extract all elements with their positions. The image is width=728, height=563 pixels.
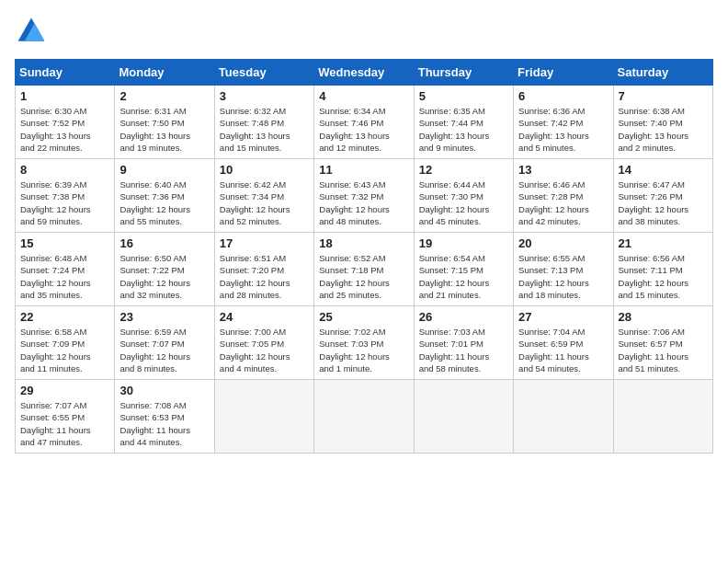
day-number: 26 [419, 310, 508, 324]
day-number: 16 [119, 236, 209, 250]
day-info: Sunrise: 6:30 AM Sunset: 7:52 PM Dayligh… [20, 105, 109, 154]
day-number: 8 [20, 163, 109, 177]
calendar-cell: 12Sunrise: 6:44 AM Sunset: 7:30 PM Dayli… [414, 159, 513, 233]
calendar-cell: 18Sunrise: 6:52 AM Sunset: 7:18 PM Dayli… [314, 233, 414, 306]
day-number: 10 [220, 163, 309, 177]
day-info: Sunrise: 6:44 AM Sunset: 7:30 PM Dayligh… [419, 178, 508, 227]
calendar-cell: 29Sunrise: 7:07 AM Sunset: 6:55 PM Dayli… [16, 380, 115, 454]
day-info: Sunrise: 6:39 AM Sunset: 7:38 PM Dayligh… [20, 178, 109, 227]
calendar-cell: 4Sunrise: 6:34 AM Sunset: 7:46 PM Daylig… [314, 86, 414, 159]
day-number: 15 [20, 236, 109, 250]
day-info: Sunrise: 6:50 AM Sunset: 7:22 PM Dayligh… [119, 252, 209, 301]
calendar-week-4: 22Sunrise: 6:58 AM Sunset: 7:09 PM Dayli… [16, 306, 713, 380]
day-number: 29 [20, 384, 109, 397]
day-info: Sunrise: 6:56 AM Sunset: 7:11 PM Dayligh… [619, 252, 708, 301]
calendar-cell: 5Sunrise: 6:35 AM Sunset: 7:44 PM Daylig… [414, 86, 513, 159]
logo-icon [15, 15, 48, 48]
calendar-cell: 11Sunrise: 6:43 AM Sunset: 7:32 PM Dayli… [314, 159, 414, 233]
day-number: 19 [419, 236, 508, 250]
day-number: 2 [119, 89, 209, 103]
calendar-cell: 6Sunrise: 6:36 AM Sunset: 7:42 PM Daylig… [514, 86, 613, 159]
calendar-cell: 24Sunrise: 7:00 AM Sunset: 7:05 PM Dayli… [214, 306, 313, 380]
calendar-cell [514, 380, 613, 454]
day-number: 21 [619, 236, 708, 250]
day-info: Sunrise: 6:35 AM Sunset: 7:44 PM Dayligh… [419, 105, 508, 154]
day-info: Sunrise: 7:07 AM Sunset: 6:55 PM Dayligh… [20, 399, 109, 448]
day-info: Sunrise: 6:52 AM Sunset: 7:18 PM Dayligh… [319, 252, 408, 301]
calendar-cell: 26Sunrise: 7:03 AM Sunset: 7:01 PM Dayli… [414, 306, 513, 380]
day-info: Sunrise: 6:38 AM Sunset: 7:40 PM Dayligh… [619, 105, 708, 154]
weekday-header-saturday: Saturday [613, 60, 712, 86]
day-info: Sunrise: 7:06 AM Sunset: 6:57 PM Dayligh… [619, 326, 708, 374]
calendar-cell [314, 380, 414, 454]
calendar-cell [613, 380, 712, 454]
weekday-header-sunday: Sunday [16, 60, 115, 86]
calendar-cell: 20Sunrise: 6:55 AM Sunset: 7:13 PM Dayli… [514, 233, 613, 306]
calendar-cell: 23Sunrise: 6:59 AM Sunset: 7:07 PM Dayli… [115, 306, 214, 380]
calendar-cell [414, 380, 513, 454]
calendar-cell: 14Sunrise: 6:47 AM Sunset: 7:26 PM Dayli… [613, 159, 712, 233]
calendar-cell: 3Sunrise: 6:32 AM Sunset: 7:48 PM Daylig… [214, 86, 313, 159]
day-info: Sunrise: 7:00 AM Sunset: 7:05 PM Dayligh… [220, 326, 309, 374]
calendar-cell: 19Sunrise: 6:54 AM Sunset: 7:15 PM Dayli… [414, 233, 513, 306]
day-number: 22 [20, 310, 109, 324]
calendar-cell: 2Sunrise: 6:31 AM Sunset: 7:50 PM Daylig… [115, 86, 214, 159]
day-info: Sunrise: 7:04 AM Sunset: 6:59 PM Dayligh… [518, 326, 608, 374]
day-number: 12 [419, 163, 508, 177]
weekday-header-tuesday: Tuesday [214, 60, 313, 86]
weekday-header-thursday: Thursday [414, 60, 513, 86]
day-info: Sunrise: 6:58 AM Sunset: 7:09 PM Dayligh… [20, 326, 109, 374]
calendar-cell [214, 380, 313, 454]
day-number: 20 [518, 236, 608, 250]
calendar-cell: 10Sunrise: 6:42 AM Sunset: 7:34 PM Dayli… [214, 159, 313, 233]
day-number: 14 [619, 163, 708, 177]
calendar-week-3: 15Sunrise: 6:48 AM Sunset: 7:24 PM Dayli… [16, 233, 713, 306]
calendar-week-1: 1Sunrise: 6:30 AM Sunset: 7:52 PM Daylig… [16, 86, 713, 159]
day-info: Sunrise: 6:31 AM Sunset: 7:50 PM Dayligh… [119, 105, 209, 154]
logo [15, 15, 51, 48]
day-info: Sunrise: 7:08 AM Sunset: 6:53 PM Dayligh… [119, 399, 209, 448]
calendar-week-5: 29Sunrise: 7:07 AM Sunset: 6:55 PM Dayli… [16, 380, 713, 454]
calendar-cell: 8Sunrise: 6:39 AM Sunset: 7:38 PM Daylig… [16, 159, 115, 233]
day-info: Sunrise: 6:36 AM Sunset: 7:42 PM Dayligh… [518, 105, 608, 154]
calendar-cell: 15Sunrise: 6:48 AM Sunset: 7:24 PM Dayli… [16, 233, 115, 306]
calendar-cell: 16Sunrise: 6:50 AM Sunset: 7:22 PM Dayli… [115, 233, 214, 306]
day-number: 11 [319, 163, 408, 177]
day-info: Sunrise: 6:43 AM Sunset: 7:32 PM Dayligh… [319, 178, 408, 227]
day-number: 30 [119, 384, 209, 397]
day-number: 24 [220, 310, 309, 324]
calendar-cell: 1Sunrise: 6:30 AM Sunset: 7:52 PM Daylig… [16, 86, 115, 159]
weekday-header-friday: Friday [514, 60, 613, 86]
calendar-cell: 17Sunrise: 6:51 AM Sunset: 7:20 PM Dayli… [214, 233, 313, 306]
day-number: 6 [518, 89, 608, 103]
day-info: Sunrise: 6:47 AM Sunset: 7:26 PM Dayligh… [619, 178, 708, 227]
day-info: Sunrise: 6:51 AM Sunset: 7:20 PM Dayligh… [220, 252, 309, 301]
day-number: 13 [518, 163, 608, 177]
day-number: 28 [619, 310, 708, 324]
day-info: Sunrise: 6:46 AM Sunset: 7:28 PM Dayligh… [518, 178, 608, 227]
calendar-cell: 9Sunrise: 6:40 AM Sunset: 7:36 PM Daylig… [115, 159, 214, 233]
day-info: Sunrise: 6:40 AM Sunset: 7:36 PM Dayligh… [119, 178, 209, 227]
weekday-header-wednesday: Wednesday [314, 60, 414, 86]
day-number: 18 [319, 236, 408, 250]
calendar-cell: 30Sunrise: 7:08 AM Sunset: 6:53 PM Dayli… [115, 380, 214, 454]
day-info: Sunrise: 6:48 AM Sunset: 7:24 PM Dayligh… [20, 252, 109, 301]
calendar-week-2: 8Sunrise: 6:39 AM Sunset: 7:38 PM Daylig… [16, 159, 713, 233]
day-info: Sunrise: 6:54 AM Sunset: 7:15 PM Dayligh… [419, 252, 508, 301]
calendar-cell: 22Sunrise: 6:58 AM Sunset: 7:09 PM Dayli… [16, 306, 115, 380]
calendar-cell: 21Sunrise: 6:56 AM Sunset: 7:11 PM Dayli… [613, 233, 712, 306]
day-info: Sunrise: 6:42 AM Sunset: 7:34 PM Dayligh… [220, 178, 309, 227]
day-number: 7 [619, 89, 708, 103]
calendar-cell: 28Sunrise: 7:06 AM Sunset: 6:57 PM Dayli… [613, 306, 712, 380]
calendar-cell: 7Sunrise: 6:38 AM Sunset: 7:40 PM Daylig… [613, 86, 712, 159]
day-number: 9 [119, 163, 209, 177]
day-info: Sunrise: 7:02 AM Sunset: 7:03 PM Dayligh… [319, 326, 408, 374]
day-info: Sunrise: 6:32 AM Sunset: 7:48 PM Dayligh… [220, 105, 309, 154]
day-number: 4 [319, 89, 408, 103]
day-number: 1 [20, 89, 109, 103]
calendar-table: SundayMondayTuesdayWednesdayThursdayFrid… [15, 59, 713, 454]
calendar-cell: 27Sunrise: 7:04 AM Sunset: 6:59 PM Dayli… [514, 306, 613, 380]
day-number: 27 [518, 310, 608, 324]
day-number: 25 [319, 310, 408, 324]
day-info: Sunrise: 6:55 AM Sunset: 7:13 PM Dayligh… [518, 252, 608, 301]
